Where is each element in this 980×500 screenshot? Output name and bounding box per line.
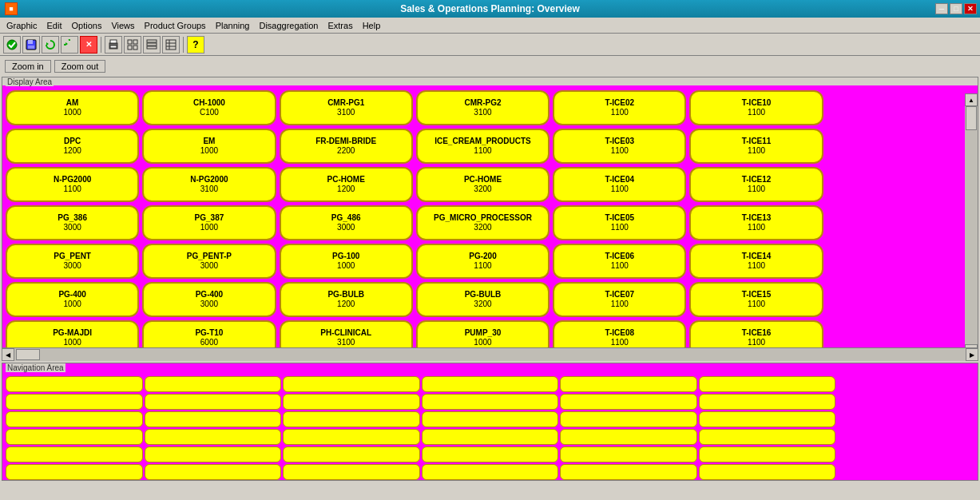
h-scroll-thumb[interactable] (16, 349, 40, 360)
product-card[interactable]: PG_3863000 (6, 205, 139, 240)
menu-planning[interactable]: Planning (211, 19, 255, 32)
nav-mini-card[interactable] (422, 394, 559, 410)
product-card[interactable]: T-ICE071100 (553, 282, 686, 317)
product-card[interactable]: DPC1200 (6, 129, 139, 164)
nav-mini-card[interactable] (560, 429, 697, 445)
print-button[interactable] (105, 36, 122, 54)
nav-mini-card[interactable] (422, 464, 559, 480)
product-card[interactable]: T-ICE061100 (553, 244, 686, 279)
product-card[interactable]: T-ICE031100 (553, 129, 686, 164)
nav-mini-card[interactable] (422, 446, 559, 462)
product-card[interactable]: T-ICE021100 (553, 90, 686, 125)
nav-mini-card[interactable] (560, 376, 697, 392)
product-card[interactable]: FR-DEMI-BRIDE2200 (280, 129, 413, 164)
scroll-track[interactable] (965, 106, 978, 344)
product-card[interactable]: N-PG20003100 (142, 167, 276, 202)
nav-mini-card[interactable] (422, 429, 559, 445)
product-card[interactable]: N-PG20001100 (6, 167, 139, 202)
nav-mini-card[interactable] (145, 429, 282, 445)
grid2-button[interactable] (143, 36, 161, 54)
vertical-scrollbar[interactable]: ▲ ▼ (965, 93, 978, 348)
nav-mini-card[interactable] (283, 429, 420, 445)
nav-mini-card[interactable] (699, 394, 836, 410)
product-card[interactable]: AM1000 (6, 90, 139, 125)
product-card[interactable]: PG_4863000 (280, 205, 413, 240)
product-card[interactable]: CH-1000C100 (142, 90, 276, 125)
menu-options[interactable]: Options (67, 19, 107, 32)
help-button[interactable]: ? (187, 36, 204, 54)
nav-mini-card[interactable] (283, 376, 420, 392)
h-scroll-track[interactable] (14, 348, 966, 361)
menu-product-groups[interactable]: Product Groups (140, 19, 211, 32)
product-card[interactable]: CMR-PG23100 (416, 90, 550, 125)
scroll-up-arrow[interactable]: ▲ (965, 93, 978, 106)
zoom-in-button[interactable]: Zoom in (5, 60, 51, 73)
nav-mini-card[interactable] (560, 446, 697, 462)
nav-mini-card[interactable] (560, 411, 697, 427)
product-card[interactable]: PG_3871000 (142, 205, 276, 240)
product-card[interactable]: PUMP_301000 (416, 320, 550, 348)
product-card[interactable]: T-ICE161100 (689, 320, 823, 348)
menu-help[interactable]: Help (358, 19, 386, 32)
product-card[interactable]: PG_PENT3000 (6, 244, 139, 279)
nav-mini-card[interactable] (145, 446, 282, 462)
product-card[interactable]: PC-HOME1200 (280, 167, 413, 202)
grid1-button[interactable] (124, 36, 141, 54)
product-card[interactable]: PG_MICRO_PROCESSOR3200 (416, 205, 550, 240)
product-card[interactable]: T-ICE101100 (689, 90, 823, 125)
nav-mini-card[interactable] (422, 376, 559, 392)
nav-mini-card[interactable] (6, 376, 143, 392)
zoom-out-button[interactable]: Zoom out (54, 60, 105, 73)
nav-mini-card[interactable] (560, 464, 697, 480)
nav-mini-card[interactable] (699, 376, 836, 392)
nav-mini-card[interactable] (699, 464, 836, 480)
back-button[interactable] (61, 36, 78, 54)
product-card[interactable]: PC-HOME3200 (416, 167, 550, 202)
scroll-right-arrow[interactable]: ▶ (966, 348, 978, 361)
stop-button[interactable]: ✕ (80, 36, 97, 54)
nav-mini-card[interactable] (283, 411, 420, 427)
product-card[interactable]: PG_PENT-P3000 (142, 244, 276, 279)
close-button[interactable]: ✕ (964, 3, 977, 14)
nav-mini-card[interactable] (145, 394, 282, 410)
nav-mini-card[interactable] (422, 411, 559, 427)
product-card[interactable]: PG-BULB1200 (280, 282, 413, 317)
nav-mini-card[interactable] (6, 446, 143, 462)
grid3-button[interactable] (162, 36, 180, 54)
nav-mini-card[interactable] (6, 411, 143, 427)
product-card[interactable]: T-ICE081100 (553, 320, 686, 348)
horizontal-scrollbar[interactable]: ◀ ▶ (2, 348, 978, 361)
product-card[interactable]: T-ICE131100 (689, 205, 823, 240)
product-card[interactable]: PG-4001000 (6, 282, 139, 317)
product-card[interactable]: T-ICE111100 (689, 129, 823, 164)
nav-mini-card[interactable] (145, 411, 282, 427)
product-card[interactable]: PH-CLINICAL3100 (280, 320, 413, 348)
nav-mini-card[interactable] (283, 446, 420, 462)
product-card[interactable]: EM1000 (142, 129, 276, 164)
maximize-button[interactable]: □ (950, 3, 962, 14)
product-card[interactable]: PG-MAJDI1000 (6, 320, 139, 348)
menu-disaggregation[interactable]: Disaggregation (254, 19, 323, 32)
menu-views[interactable]: Views (106, 19, 139, 32)
nav-mini-card[interactable] (699, 429, 836, 445)
menu-edit[interactable]: Edit (42, 19, 67, 32)
refresh-button[interactable] (42, 36, 59, 54)
minimize-button[interactable]: ─ (935, 3, 948, 14)
product-card[interactable]: PG-1001000 (280, 244, 413, 279)
menu-extras[interactable]: Extras (323, 19, 357, 32)
check-button[interactable] (3, 36, 21, 54)
menu-graphic[interactable]: Graphic (2, 19, 42, 32)
product-card[interactable]: ICE_CREAM_PRODUCTS1100 (416, 129, 550, 164)
nav-mini-card[interactable] (145, 464, 282, 480)
product-card[interactable]: PG-2001100 (416, 244, 550, 279)
product-card[interactable]: T-ICE141100 (689, 244, 823, 279)
product-card[interactable]: T-ICE151100 (689, 282, 823, 317)
nav-mini-card[interactable] (145, 376, 282, 392)
product-card[interactable]: T-ICE121100 (689, 167, 823, 202)
product-card[interactable]: PG-BULB3200 (416, 282, 550, 317)
nav-mini-card[interactable] (699, 411, 836, 427)
scroll-down-arrow[interactable]: ▼ (965, 344, 978, 348)
nav-mini-card[interactable] (6, 464, 143, 480)
scroll-thumb[interactable] (966, 106, 977, 130)
nav-mini-card[interactable] (283, 394, 420, 410)
